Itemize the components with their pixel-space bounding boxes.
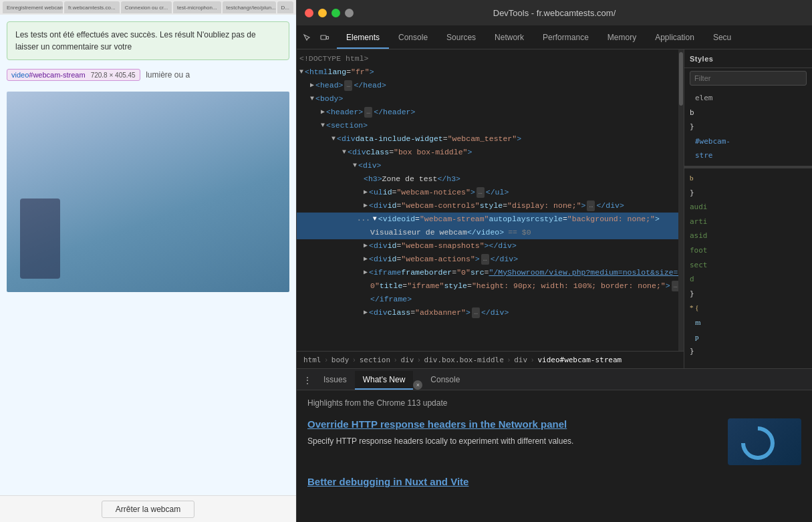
- breadcrumb-video[interactable]: video#webcam-stream: [535, 354, 624, 366]
- tooltip-id: #webcam-stream: [29, 71, 85, 79]
- device-toggle-button[interactable]: [317, 30, 333, 46]
- dom-line-iframe-close[interactable]: </iframe>: [297, 293, 684, 306]
- tab-network[interactable]: Network: [485, 27, 533, 49]
- element-tooltip: video #webcam-stream 720.8 × 405.45: [7, 69, 140, 81]
- styles-panel-header: Styles: [684, 49, 812, 68]
- devtools-main-area: <!DOCTYPE html> ▼ <html lang = "fr" > ▶ …: [297, 49, 812, 368]
- tab-whats-new[interactable]: What's New: [355, 371, 414, 390]
- breadcrumb-bar: html › body › section › div › div.box.bo…: [297, 351, 684, 368]
- window-maximize-button[interactable]: [331, 9, 340, 17]
- style-rule-b2: b: [684, 171, 812, 186]
- style-rule-close2: }: [684, 186, 812, 201]
- dom-line-h3[interactable]: <h3> Zone de test </h3>: [297, 172, 684, 186]
- tooltip-size: 720.8 × 405.45: [91, 72, 136, 79]
- style-rule-arti: arti: [684, 215, 812, 229]
- dom-line-doctype: <!DOCTYPE html>: [297, 52, 684, 66]
- breadcrumb-html[interactable]: html: [301, 354, 324, 366]
- style-rule-asid: asid: [684, 229, 812, 243]
- feature-row-2: Better debugging in Nuxt and Vite: [307, 476, 801, 487]
- browser-tab-2[interactable]: fr.webcamtests.co...: [64, 1, 120, 13]
- browser-tab-3[interactable]: Connexion ou cr...: [121, 1, 172, 13]
- webpage-footer: Arrêter la webcam: [0, 495, 296, 522]
- tab-elements[interactable]: Elements: [337, 27, 389, 49]
- dom-line-video-selected[interactable]: ... ▼ <video id = "webcam-stream" autopl…: [297, 213, 684, 226]
- window-controls: [305, 9, 354, 17]
- dom-line-adx[interactable]: ▶ <div class = "adxbanner" > … </div>: [297, 306, 684, 319]
- dom-line-iframe-cont[interactable]: 0" title = "iframe" style = "height: 90p…: [297, 279, 684, 293]
- dom-line-div-widget[interactable]: ▼ <div data-include-widget = "webcam_tes…: [297, 132, 684, 146]
- tab-console-bottom[interactable]: Console: [422, 371, 468, 390]
- window-minimize-button[interactable]: [318, 9, 327, 17]
- dom-line-video-text[interactable]: Visualiseur de webcam </video> == $0: [297, 226, 684, 239]
- dom-line-div-inner[interactable]: ▼ <div>: [297, 159, 684, 172]
- breadcrumb-div2[interactable]: div: [511, 354, 530, 366]
- close-whats-new-tab[interactable]: ×: [413, 380, 422, 390]
- dom-panel: <!DOCTYPE html> ▼ <html lang = "fr" > ▶ …: [297, 49, 684, 368]
- dom-line-section[interactable]: ▼ <section>: [297, 119, 684, 132]
- dom-scrollbar[interactable]: [678, 49, 684, 351]
- chrome-update-label: Highlights from the Chrome 113 update: [307, 398, 801, 408]
- dom-line-controls[interactable]: ▶ <div id = "webcam-controls" style = "d…: [297, 199, 684, 213]
- bottom-panel: ⋮ Issues What's New × Console Highlights…: [297, 368, 812, 522]
- browser-tab-1[interactable]: Enregistrement webcam: [3, 1, 63, 13]
- dom-content: <!DOCTYPE html> ▼ <html lang = "fr" > ▶ …: [297, 49, 684, 351]
- dom-line-snapshots[interactable]: ▶ <div id = "webcam-snapshots" ></div>: [297, 239, 684, 253]
- style-rule-webcam-id: #webcam-: [684, 134, 812, 149]
- dom-line-body[interactable]: ▼ <body>: [297, 92, 684, 106]
- style-rule-b: b: [684, 106, 812, 120]
- dom-line-head[interactable]: ▶ <head> … </head>: [297, 79, 684, 92]
- tab-application[interactable]: Application: [646, 27, 704, 49]
- browser-tab-4[interactable]: test-microphon...: [173, 1, 221, 13]
- devtools-tab-actions: [299, 30, 333, 49]
- webpage-body: Les tests ont été effectués avec succès.…: [0, 15, 296, 495]
- breadcrumb-section[interactable]: section: [357, 354, 393, 366]
- tab-issues[interactable]: Issues: [315, 371, 355, 390]
- inspect-element-button[interactable]: [299, 30, 315, 46]
- style-rule-elem: elem: [684, 91, 812, 106]
- breadcrumb-div1[interactable]: div: [398, 354, 416, 366]
- tab-sources[interactable]: Sources: [437, 27, 485, 49]
- style-rule-sect: sect: [684, 258, 812, 273]
- dom-scrollbar-thumb[interactable]: [679, 52, 683, 106]
- breadcrumb-body[interactable]: body: [329, 354, 352, 366]
- breadcrumb-div-box[interactable]: div.box.box-middle: [422, 354, 507, 366]
- feature-title-2[interactable]: Better debugging in Nuxt and Vite: [307, 476, 801, 487]
- style-rule-stream: stre: [684, 148, 812, 163]
- webcam-video-element: [7, 92, 289, 292]
- dom-tree[interactable]: <!DOCTYPE html> ▼ <html lang = "fr" > ▶ …: [297, 49, 684, 330]
- styles-panel-title: Styles: [690, 55, 713, 63]
- browser-tabs: Enregistrement webcam fr.webcamtests.co.…: [0, 0, 296, 15]
- dom-line-actions[interactable]: ▶ <div id = "webcam-actions" > … </div>: [297, 253, 684, 266]
- styles-panel: Styles elem b } #webcam- stre: [684, 49, 812, 368]
- dom-line-div-box[interactable]: ▼ <div class = "box box-middle" >: [297, 146, 684, 159]
- feature-title-1[interactable]: Override HTTP response headers in the Ne…: [307, 418, 720, 430]
- style-rule-close3: }: [684, 287, 812, 301]
- devtools-titlebar: DevTools - fr.webcamtests.com/: [297, 0, 812, 25]
- page-hint-text: lumière ou a: [146, 70, 190, 80]
- bottom-tabs-more-button[interactable]: ⋮: [299, 371, 315, 390]
- svg-rect-1: [327, 37, 329, 39]
- tab-performance[interactable]: Performance: [533, 27, 598, 49]
- styles-filter-input[interactable]: [690, 71, 807, 86]
- dom-line-header[interactable]: ▶ <header> … </header>: [297, 106, 684, 119]
- feature-thumbnail-1: [728, 418, 801, 465]
- window-extra-button[interactable]: [345, 9, 354, 17]
- devtools-title: DevTools - fr.webcamtests.com/: [493, 8, 616, 18]
- tooltip-tag: video: [11, 71, 29, 79]
- stop-webcam-button[interactable]: Arrêter la webcam: [102, 501, 194, 518]
- browser-tab-5[interactable]: testchangr/leo/plun...: [223, 1, 276, 13]
- styles-divider1: [684, 166, 812, 168]
- dom-line-iframe[interactable]: ▶ <iframe frameborder = "0" src = "/MySh…: [297, 266, 684, 279]
- window-close-button[interactable]: [305, 9, 313, 17]
- tab-memory[interactable]: Memory: [598, 27, 646, 49]
- tab-console[interactable]: Console: [389, 27, 437, 49]
- browser-tab-6[interactable]: D...: [277, 1, 293, 13]
- style-rule-audi: audi: [684, 200, 812, 215]
- tab-security[interactable]: Secu: [704, 27, 740, 49]
- dom-line-html[interactable]: ▼ <html lang = "fr" >: [297, 66, 684, 79]
- style-rule-close1: }: [684, 120, 812, 134]
- style-rule-d: d: [684, 272, 812, 287]
- dom-line-ul[interactable]: ▶ <ul id = "webcam-notices" > … </ul>: [297, 186, 684, 199]
- bottom-panel-content: Highlights from the Chrome 113 update Ov…: [297, 390, 812, 522]
- style-rule-p: p: [684, 330, 812, 345]
